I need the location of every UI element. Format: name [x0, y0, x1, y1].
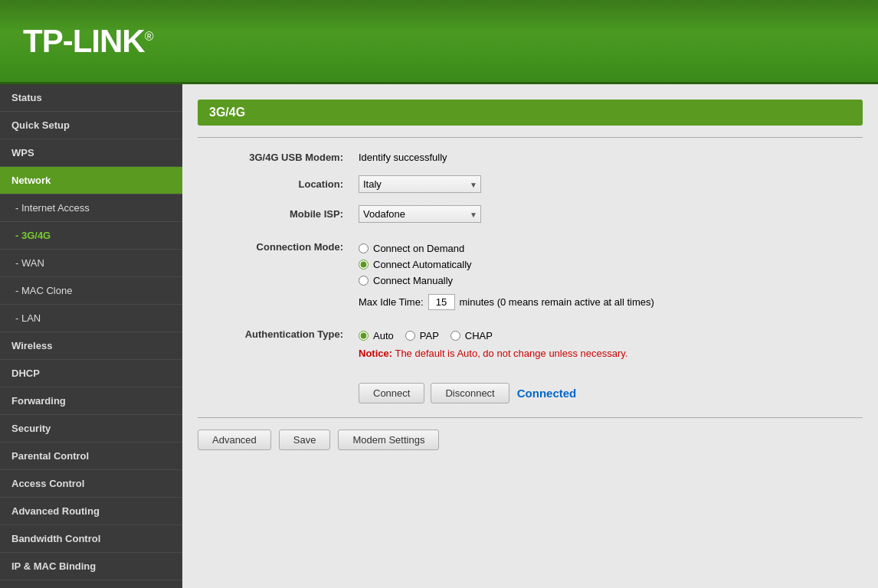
- auth-auto[interactable]: Auto: [359, 330, 394, 341]
- notice-label: Notice:: [359, 348, 392, 359]
- auth-auto-label: Auto: [373, 330, 394, 341]
- radio-manual-input[interactable]: [359, 276, 369, 286]
- advanced-button[interactable]: Advanced: [198, 430, 271, 450]
- connection-mode-row: Connection Mode: Connect on Demand Conne…: [198, 237, 863, 316]
- auth-type-cell: Auto PAP CHAP Notice: The defau: [351, 324, 863, 365]
- radio-manual[interactable]: Connect Manually: [359, 275, 855, 286]
- top-divider: [198, 137, 863, 138]
- mobile-isp-label: Mobile ISP:: [198, 199, 351, 229]
- form-table: 3G/4G USB Modem: Identify successfully L…: [198, 145, 863, 410]
- bottom-divider: [198, 417, 863, 418]
- spacer-row-2: [198, 316, 863, 324]
- sidebar-item-3g4g[interactable]: - 3G/4G: [0, 222, 182, 250]
- sidebar-item-forwarding[interactable]: Forwarding: [0, 387, 182, 415]
- auth-radio-group: Auto PAP CHAP: [359, 330, 855, 341]
- usb-modem-value: Identify successfully: [351, 145, 863, 169]
- bottom-buttons: Advanced Save Modem Settings: [198, 430, 863, 450]
- radio-demand[interactable]: Connect on Demand: [359, 243, 855, 254]
- location-label: Location:: [198, 169, 351, 199]
- connect-buttons: Connect Disconnect Connected: [359, 383, 855, 403]
- sidebar-item-wireless[interactable]: Wireless: [0, 332, 182, 360]
- location-row: Location: Italy Germany France Spain UK: [198, 169, 863, 199]
- sidebar-item-quick-setup[interactable]: Quick Setup: [0, 112, 182, 139]
- auth-auto-input[interactable]: [359, 331, 369, 341]
- logo-sup: ®: [145, 30, 153, 43]
- notice-text: The default is Auto, do not change unles…: [395, 348, 627, 359]
- connect-label-cell: [198, 377, 351, 410]
- auth-type-row: Authentication Type: Auto PAP: [198, 324, 863, 365]
- mobile-isp-cell: Vodafone TIM Wind Tre: [351, 199, 863, 229]
- logo: TP-LINK®: [23, 23, 152, 60]
- auth-chap[interactable]: CHAP: [450, 330, 493, 341]
- sidebar-item-parental-control[interactable]: Parental Control: [0, 443, 182, 470]
- sidebar-item-mac-clone[interactable]: - MAC Clone: [0, 277, 182, 305]
- auth-pap-label: PAP: [420, 330, 439, 341]
- modem-settings-button[interactable]: Modem Settings: [338, 430, 439, 450]
- disconnect-button[interactable]: Disconnect: [431, 383, 509, 403]
- radio-auto[interactable]: Connect Automatically: [359, 259, 855, 270]
- location-select[interactable]: Italy Germany France Spain UK: [359, 175, 481, 193]
- sidebar-item-network[interactable]: Network: [0, 167, 182, 194]
- sidebar: Status Quick Setup WPS Network - Interne…: [0, 84, 182, 588]
- location-select-wrapper: Italy Germany France Spain UK: [359, 175, 481, 193]
- auth-type-label: Authentication Type:: [198, 324, 351, 365]
- isp-select[interactable]: Vodafone TIM Wind Tre: [359, 205, 481, 223]
- isp-select-wrapper: Vodafone TIM Wind Tre: [359, 205, 481, 223]
- connect-row: Connect Disconnect Connected: [198, 377, 863, 410]
- sidebar-item-ip-mac-binding[interactable]: IP & MAC Binding: [0, 553, 182, 580]
- spacer-row-3: [198, 365, 863, 377]
- sidebar-item-wps[interactable]: WPS: [0, 139, 182, 167]
- radio-demand-input[interactable]: [359, 243, 369, 253]
- connected-status: Connected: [517, 387, 577, 400]
- radio-demand-label: Connect on Demand: [373, 243, 464, 254]
- connect-button-cell: Connect Disconnect Connected: [351, 377, 863, 410]
- logo-text: TP-LINK®: [23, 23, 152, 59]
- save-button[interactable]: Save: [279, 430, 331, 450]
- mobile-isp-row: Mobile ISP: Vodafone TIM Wind Tre: [198, 199, 863, 229]
- sidebar-item-dynamic-dns[interactable]: Dynamic DNS: [0, 580, 182, 588]
- sidebar-item-wan[interactable]: - WAN: [0, 250, 182, 277]
- main-layout: Status Quick Setup WPS Network - Interne…: [0, 84, 878, 588]
- auth-chap-label: CHAP: [465, 330, 493, 341]
- sidebar-item-status[interactable]: Status: [0, 84, 182, 112]
- auth-chap-input[interactable]: [450, 331, 460, 341]
- radio-auto-input[interactable]: [359, 260, 369, 270]
- auth-pap-input[interactable]: [405, 331, 415, 341]
- auth-pap[interactable]: PAP: [405, 330, 439, 341]
- usb-modem-label: 3G/4G USB Modem:: [198, 145, 351, 169]
- sidebar-item-bandwidth-control[interactable]: Bandwidth Control: [0, 525, 182, 553]
- sidebar-item-advanced-routing[interactable]: Advanced Routing: [0, 498, 182, 525]
- radio-auto-label: Connect Automatically: [373, 259, 472, 270]
- connection-mode-label: Connection Mode:: [198, 237, 351, 316]
- usb-modem-row: 3G/4G USB Modem: Identify successfully: [198, 145, 863, 169]
- max-idle-row: Max Idle Time: minutes (0 means remain a…: [359, 294, 855, 310]
- page-title: 3G/4G: [198, 100, 863, 126]
- connection-mode-group: Connect on Demand Connect Automatically …: [359, 243, 855, 310]
- sidebar-item-lan[interactable]: - LAN: [0, 305, 182, 332]
- header: TP-LINK®: [0, 0, 878, 84]
- notice-row: Notice: The default is Auto, do not chan…: [359, 348, 855, 359]
- location-cell: Italy Germany France Spain UK: [351, 169, 863, 199]
- sidebar-item-security[interactable]: Security: [0, 415, 182, 443]
- sidebar-item-access-control[interactable]: Access Control: [0, 470, 182, 498]
- max-idle-input[interactable]: [428, 294, 455, 310]
- sidebar-item-internet-access[interactable]: - Internet Access: [0, 194, 182, 222]
- connection-mode-cell: Connect on Demand Connect Automatically …: [351, 237, 863, 316]
- radio-manual-label: Connect Manually: [373, 275, 453, 286]
- max-idle-suffix: minutes (0 means remain active at all ti…: [460, 296, 654, 308]
- spacer-row-1: [198, 229, 863, 237]
- sidebar-item-dhcp[interactable]: DHCP: [0, 360, 182, 387]
- connect-button[interactable]: Connect: [359, 383, 424, 403]
- content-area: 3G/4G 3G/4G USB Modem: Identify successf…: [182, 84, 878, 588]
- max-idle-label: Max Idle Time:: [359, 296, 424, 308]
